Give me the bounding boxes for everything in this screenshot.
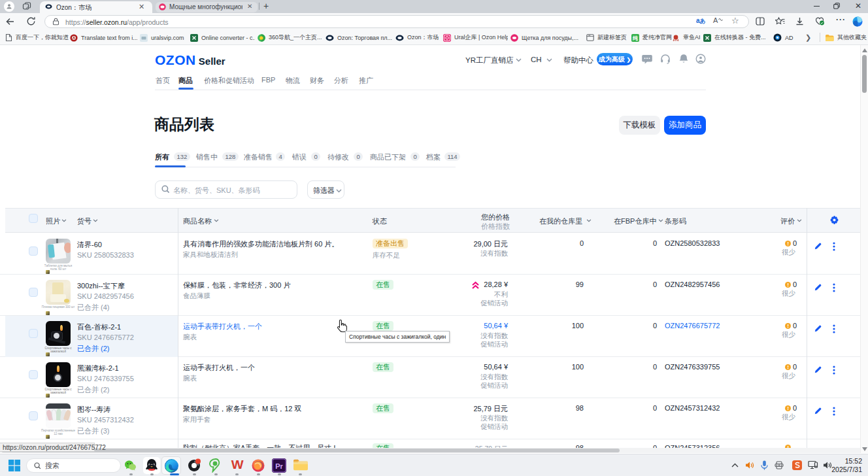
svg-text:W: W — [231, 458, 244, 471]
svg-text:Pr: Pr — [275, 462, 283, 470]
svg-text:纯: 纯 — [632, 35, 638, 41]
